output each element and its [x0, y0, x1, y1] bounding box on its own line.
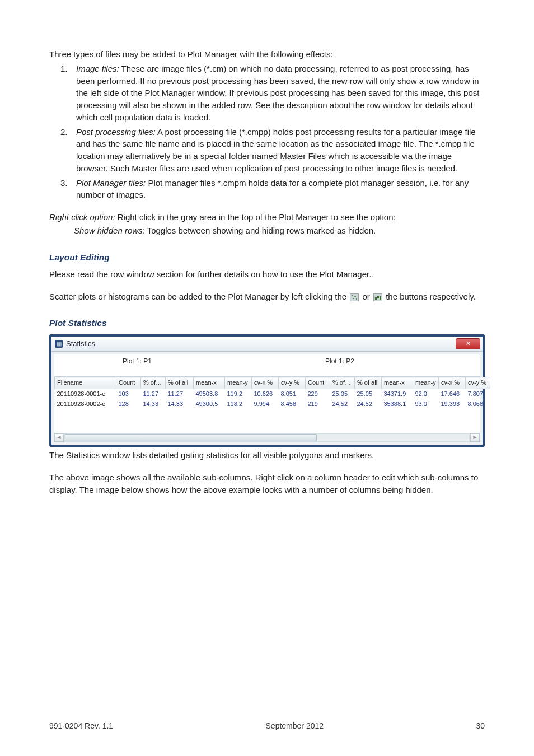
table-header-row[interactable]: Filename Count % of… % of all mean-x mea…: [55, 377, 490, 389]
cell: 24.52: [330, 399, 355, 409]
show-hidden-rows: Show hidden rows: Toggles between showin…: [49, 225, 485, 237]
histogram-icon: [373, 293, 382, 301]
col-cvx[interactable]: cv-x %: [252, 377, 279, 389]
list-item: 3. Plot Manager files: Plot manager file…: [76, 177, 485, 202]
group-plot1-p2: Plot 1: P2: [322, 357, 480, 366]
statistics-window: ▦ Statistics ✕ Plot 1: P1 Plot 1: P2 F: [49, 334, 485, 447]
scatter-pre: Scatter plots or histograms can be added…: [49, 292, 349, 301]
cell: 92.0: [413, 389, 439, 399]
stats-caption-1: The Statistics window lists detailed gat…: [49, 449, 485, 461]
list-number: 1.: [60, 63, 68, 75]
page-footer: 991-0204 Rev. 1.1 September 2012 30: [49, 720, 485, 731]
scatter-post: the buttons respectively.: [386, 292, 476, 301]
list-item: 2. Post processing files: A post process…: [76, 126, 485, 175]
stats-caption-2: The above image shows all the available …: [49, 472, 485, 496]
cell: 34371.9: [382, 389, 413, 399]
cell: 219: [306, 399, 330, 409]
cell: 49503.8: [194, 389, 225, 399]
col-filename[interactable]: Filename: [55, 377, 116, 389]
table-row[interactable]: 20110928-0001-c 103 11.27 11.27 49503.8 …: [55, 389, 490, 399]
cell: 8.068: [466, 399, 490, 409]
scroll-track[interactable]: [64, 433, 470, 442]
cell: 103: [116, 389, 141, 399]
file-types-list: 1. Image files: These are image files (*…: [49, 63, 485, 201]
col-pct-of-2[interactable]: % of…: [330, 377, 355, 389]
col-pct-of-all[interactable]: % of all: [166, 377, 194, 389]
col-cvx-2[interactable]: cv-x %: [439, 377, 466, 389]
cell: 49300.5: [194, 399, 225, 409]
list-number: 3.: [60, 177, 68, 189]
scatter-paragraph: Scatter plots or histograms can be added…: [49, 291, 485, 303]
window-titlebar[interactable]: ▦ Statistics ✕: [51, 337, 483, 352]
scroll-thumb[interactable]: [65, 434, 317, 441]
footer-left: 991-0204 Rev. 1.1: [49, 720, 113, 731]
col-mean-x-2[interactable]: mean-x: [382, 377, 413, 389]
horizontal-scrollbar[interactable]: ◄ ►: [54, 433, 480, 442]
scroll-right-button[interactable]: ►: [470, 433, 480, 442]
footer-center: September 2012: [266, 720, 324, 731]
cell: 8.051: [279, 389, 306, 399]
list-item: 1. Image files: These are image files (*…: [76, 63, 485, 124]
shr-body: Toggles between showing and hiding rows …: [145, 226, 376, 235]
cell: 19.393: [439, 399, 466, 409]
window-close-button[interactable]: ✕: [456, 338, 480, 349]
cell: 11.27: [166, 389, 194, 399]
window-title: Statistics: [66, 339, 456, 349]
col-count-2[interactable]: Count: [306, 377, 330, 389]
rco-label: Right click option:: [49, 212, 115, 222]
cell: 93.0: [413, 399, 439, 409]
scatter-mid: or: [362, 292, 372, 301]
col-mean-y[interactable]: mean-y: [225, 377, 252, 389]
col-cvy[interactable]: cv-y %: [279, 377, 306, 389]
table-row[interactable]: 20110928-0002-c 128 14.33 14.33 49300.5 …: [55, 399, 490, 409]
col-count[interactable]: Count: [116, 377, 141, 389]
cell: 25.05: [330, 389, 355, 399]
right-click-option: Right click option: Right click in the g…: [49, 211, 485, 223]
window-app-icon: ▦: [55, 340, 63, 348]
col-pct-of-all-2[interactable]: % of all: [355, 377, 382, 389]
column-group-header: Plot 1: P1 Plot 1: P2: [54, 354, 480, 377]
cell: 11.27: [141, 389, 166, 399]
scroll-left-button[interactable]: ◄: [54, 433, 64, 442]
cell: 10.626: [252, 389, 279, 399]
cell: 14.33: [166, 399, 194, 409]
cell-filename: 20110928-0002-c: [55, 399, 116, 409]
col-mean-y-2[interactable]: mean-y: [413, 377, 439, 389]
intro-text: Three types of files may be added to Plo…: [49, 48, 485, 60]
cell: 8.458: [279, 399, 306, 409]
cell: 24.52: [355, 399, 382, 409]
cell: 25.05: [355, 389, 382, 399]
cell: 119.2: [225, 389, 252, 399]
cell: 7.807: [466, 389, 490, 399]
col-pct-of[interactable]: % of…: [141, 377, 166, 389]
list-number: 2.: [60, 126, 68, 138]
list-body: These are image files (*.cm) on which no…: [76, 64, 479, 122]
statistics-body: Plot 1: P1 Plot 1: P2 Filename Count % o…: [54, 354, 480, 442]
cell: 17.646: [439, 389, 466, 399]
statistics-table: Filename Count % of… % of all mean-x mea…: [54, 377, 490, 433]
layout-paragraph-1: Please read the row window section for f…: [49, 268, 485, 281]
cell-filename: 20110928-0001-c: [55, 389, 116, 399]
group-plot1-p1: Plot 1: P1: [119, 357, 322, 366]
col-cvy-2[interactable]: cv-y %: [466, 377, 490, 389]
list-label: Plot Manager files:: [76, 178, 146, 188]
cell: 118.2: [225, 399, 252, 409]
cell: 35388.1: [382, 399, 413, 409]
scatter-plot-icon: [350, 293, 359, 301]
shr-label: Show hidden rows:: [74, 226, 145, 235]
cell: 229: [306, 389, 330, 399]
list-label: Image files:: [76, 64, 119, 73]
cell: 9.994: [252, 399, 279, 409]
list-label: Post processing files:: [76, 127, 156, 137]
cell: 14.33: [141, 399, 166, 409]
col-mean-x[interactable]: mean-x: [194, 377, 225, 389]
cell: 128: [116, 399, 141, 409]
footer-right: 30: [476, 720, 485, 731]
rco-body: Right click in the gray area in the top …: [115, 212, 396, 222]
heading-plot-statistics: Plot Statistics: [49, 317, 485, 329]
heading-layout-editing: Layout Editing: [49, 251, 485, 264]
